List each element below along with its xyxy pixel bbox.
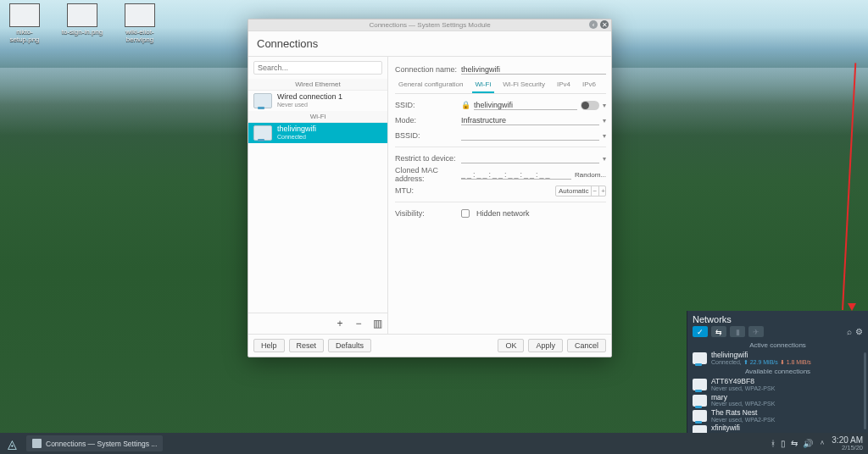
ethernet-icon [253,93,272,108]
networks-popup: Networks ✓ ⇆ ▮ ✈ ⌕ ⚙ Active connections … [687,311,868,433]
cancel-button[interactable]: Cancel [567,339,606,352]
mtu-increment[interactable]: + [598,186,607,196]
network-sub: Never used, WPA2-PSK [711,385,775,391]
ethernet-toggle[interactable]: ✓ [693,326,708,337]
separator [395,202,606,202]
chevron-down-icon[interactable]: ▾ [603,155,606,163]
app-icon [32,439,42,448]
taskbar-task[interactable]: Connections — System Settings ... [26,435,163,451]
tab-wifi[interactable]: Wi-Fi [472,79,495,93]
image-thumb-icon [125,3,155,27]
chevron-down-icon[interactable]: ▾ [603,117,606,125]
network-name: xfinitywifi [711,424,742,432]
cloned-mac-field[interactable] [461,169,571,180]
minimize-button[interactable]: ‹ [589,20,598,29]
add-connection-button[interactable]: + [334,318,346,329]
hidden-network-checkbox[interactable] [461,209,470,218]
desktop-icons: nikto-setup.png to-sign-in.png wiki-elio… [3,3,161,44]
clock[interactable]: 3:20 AM 2/15/20 [832,436,863,451]
tab-general[interactable]: General configuration [395,79,467,93]
network-row-active[interactable]: thelivingwifi Connected, ⬆ 22.9 MiB/s ⬇ … [687,351,868,366]
mtu-label: MTU: [395,186,461,195]
available-connections-header: Available connections [687,366,868,377]
system-tray: ᚼ ▯ ⇆ 🔊 ＾ 3:20 AM 2/15/20 [771,436,868,451]
export-connection-button[interactable]: ▥ [371,318,383,329]
connection-sub: Never used [277,102,342,108]
close-button[interactable]: ✕ [600,20,609,29]
remove-connection-button[interactable]: − [353,318,364,329]
mode-label: Mode: [395,116,461,125]
tab-ipv4[interactable]: IPv4 [554,79,574,93]
desktop-file-icon[interactable]: nikto-setup.png [3,3,46,44]
reset-button[interactable]: Reset [289,339,325,352]
airplane-toggle[interactable]: ✈ [748,326,764,337]
bssid-label: BSSID: [395,131,461,140]
tab-ipv6[interactable]: IPv6 [579,79,599,93]
detail-tabs: General configuration Wi-Fi Wi-Fi Securi… [395,77,606,94]
connection-item-wired[interactable]: Wired connection 1 Never used [248,91,387,111]
ssid-field[interactable] [474,100,577,110]
bssid-field[interactable] [461,130,599,141]
network-row[interactable]: mary Never used, WPA2-PSK [687,393,868,408]
wifi-icon [693,410,707,422]
help-button[interactable]: Help [253,339,285,352]
clock-date: 2/15/20 [832,445,863,451]
scrollbar[interactable] [864,352,866,429]
network-name: thelivingwifi [711,352,811,359]
network-sub: Never used, WPA2-PSK [711,401,775,407]
network-row[interactable]: The Rats Nest Never used, WPA2-PSK [687,408,868,424]
search-icon[interactable]: ⌕ [847,327,852,336]
section-wired-header: Wired Ethernet [248,79,387,91]
separator [395,147,606,147]
window-titlebar[interactable]: Connections — System Settings Module ‹ ✕ [248,19,611,31]
desktop-file-icon[interactable]: wiki-eliot-benvipng [119,3,161,44]
ssid-label: SSID: [395,101,461,109]
restrict-field[interactable] [461,153,599,163]
network-name: mary [711,394,775,401]
connection-item-wifi-selected[interactable]: thelivingwifi Connected [248,123,387,143]
search-input[interactable] [253,61,382,75]
window-title: Connections — System Settings Module [369,21,490,29]
image-thumb-icon [67,3,97,27]
file-label: to-sign-in.png [61,29,103,36]
chevron-down-icon[interactable]: ▾ [603,102,606,109]
hidden-network-label: Hidden network [476,209,530,218]
dialog-footer: Help Reset Defaults OK Apply Cancel [248,334,611,357]
chevron-down-icon[interactable]: ▾ [603,132,606,140]
wifi-toggle[interactable]: ⇆ [711,326,726,337]
ok-button[interactable]: OK [498,339,524,352]
connection-sub: Connected [277,134,316,141]
network-row[interactable]: ATT6Y49BF8 Never used, WPA2-PSK [687,377,868,392]
taskbar: ◬ Connections — System Settings ... ᚼ ▯ … [0,433,868,454]
ssid-visibility-toggle[interactable] [581,101,599,110]
mobile-toggle[interactable]: ▮ [730,326,745,337]
file-label: wiki-eliot-benvipng [119,29,161,44]
network-type-row: ✓ ⇆ ▮ ✈ ⌕ ⚙ [687,326,868,340]
apply-button[interactable]: Apply [528,339,563,352]
tab-wifi-security[interactable]: Wi-Fi Security [499,79,548,93]
wifi-icon [693,379,707,390]
tray-expand-icon[interactable]: ＾ [818,438,826,450]
random-mac-button[interactable]: Random... [575,171,606,179]
desktop-file-icon[interactable]: to-sign-in.png [61,3,103,44]
network-sub: Never used, WPA2-PSK [711,417,775,423]
connection-name-label: Connection name: [395,65,461,74]
connection-detail-pane: Connection name: General configuration W… [388,57,611,334]
annotation-arrow-head [848,303,856,311]
clipboard-tray-icon[interactable]: ▯ [781,439,786,448]
list-toolbar: + − ▥ [248,313,387,334]
configure-icon[interactable]: ⚙ [855,327,863,336]
connection-name-field[interactable] [461,64,606,75]
volume-tray-icon[interactable]: 🔊 [803,439,813,448]
network-tray-icon[interactable]: ⇆ [791,439,798,448]
restrict-label: Restrict to device: [395,154,461,163]
bluetooth-tray-icon[interactable]: ᚼ [771,439,776,448]
network-sub: Connected, ⬆ 22.9 MiB/s ⬇ 1.8 MiB/s [711,359,811,365]
defaults-button[interactable]: Defaults [328,339,371,352]
mode-field[interactable] [461,115,599,125]
mtu-decrement[interactable]: − [591,186,599,196]
mtu-spinbox[interactable]: Automatic − + [555,185,606,197]
wifi-icon [693,352,707,364]
mtu-value: Automatic [556,186,591,196]
start-button[interactable]: ◬ [0,433,24,454]
